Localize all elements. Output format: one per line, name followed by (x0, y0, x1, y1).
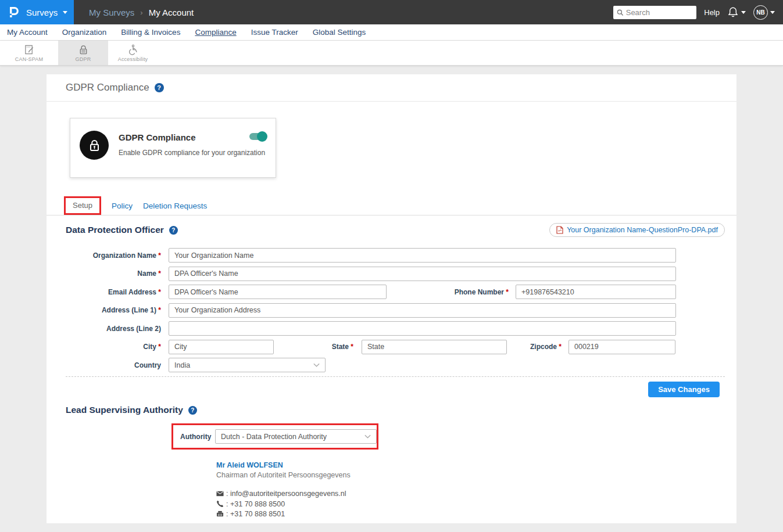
document-pencil-icon (24, 44, 35, 55)
tab-gdpr[interactable]: GDPR (58, 41, 108, 65)
authority-select[interactable]: Dutch - Data Protection Authority (215, 429, 377, 444)
phone-icon (216, 500, 224, 508)
card-title: GDPR Compliance (119, 132, 265, 142)
product-switcher[interactable]: Surveys (0, 0, 74, 24)
account-nav: My Account Organization Billing & Invoic… (0, 24, 783, 41)
form-row: Address (Line 1) (66, 303, 725, 318)
breadcrumb-my-account: My Account (149, 8, 194, 17)
zipcode-label: Zipcode (507, 343, 562, 351)
help-icon[interactable] (169, 226, 178, 235)
dpo-heading-row: Data Protection Officer Your Organizatio… (47, 215, 736, 237)
authority-contact-card: Mr Aleid WOLFSEN Chairman of Autoriteit … (216, 461, 736, 518)
tab-policy[interactable]: Policy (112, 202, 133, 215)
envelope-icon (216, 491, 224, 497)
country-label: Country (66, 361, 161, 369)
authority-email-line: info@autoriteitpersoonsgegevens.nl (216, 490, 736, 498)
avatar: NB (753, 5, 768, 20)
authority-fax-line: +31 70 888 8501 (216, 510, 736, 518)
name-field[interactable] (169, 267, 676, 281)
gdpr-toggle[interactable] (249, 133, 266, 140)
form-row: Email Address Phone Number (66, 285, 725, 299)
authority-label: Authority (180, 433, 208, 441)
account-menu[interactable]: NB (753, 5, 775, 20)
tab-label: CAN-SPAM (15, 56, 43, 62)
form-row: Name (66, 267, 725, 281)
save-changes-button[interactable]: Save Changes (648, 382, 720, 397)
form-row: Organization Name (66, 248, 725, 263)
compliance-tab-bar: CAN-SPAM GDPR Accessibility (0, 41, 783, 66)
page-body: GDPR Compliance GDPR Compliance Enable G… (0, 66, 783, 523)
nav-my-account[interactable]: My Account (7, 28, 48, 37)
authority-phone-line: +31 70 888 8500 (216, 500, 736, 508)
setup-tab-bar: Setup Policy Deletion Requests (47, 198, 736, 215)
gdpr-panel: GDPR Compliance GDPR Compliance Enable G… (47, 74, 736, 523)
pdf-label: Your Organization Name-QuestionPro-DPA.p… (567, 226, 718, 234)
breadcrumb-my-surveys[interactable]: My Surveys (89, 8, 134, 17)
address-line1-label: Address (Line 1) (66, 306, 161, 314)
email-address-label: Email Address (66, 288, 161, 296)
padlock-icon (78, 44, 89, 55)
chevron-down-icon (63, 11, 67, 14)
search-box[interactable] (613, 6, 696, 19)
tab-accessibility[interactable]: Accessibility (108, 41, 158, 65)
address-line1-field[interactable] (169, 303, 676, 318)
authority-contact-name[interactable]: Mr Aleid WOLFSEN (216, 461, 736, 469)
breadcrumb: My Surveys › My Account (89, 8, 194, 17)
authority-selected-value: Dutch - Data Protection Authority (221, 433, 327, 441)
topbar: Surveys My Surveys › My Account Help NB (0, 0, 783, 24)
authority-fax: +31 70 888 8501 (226, 510, 285, 518)
nav-billing-invoices[interactable]: Billing & Invoices (121, 28, 180, 37)
dpo-form: Organization Name Name Email Address Pho… (47, 248, 736, 372)
authority-email: info@autoriteitpersoonsgegevens.nl (226, 490, 346, 498)
gdpr-compliance-card: GDPR Compliance Enable GDPR compliance f… (70, 118, 276, 178)
search-input[interactable] (626, 8, 693, 17)
lsa-heading-row: Lead Supervising Authority (47, 397, 736, 415)
state-field[interactable] (362, 340, 507, 354)
dpo-heading: Data Protection Officer (66, 225, 164, 235)
help-link[interactable]: Help (704, 8, 720, 17)
tab-can-spam[interactable]: CAN-SPAM (0, 41, 58, 65)
notifications-menu[interactable] (727, 6, 746, 18)
chevron-down-icon (313, 361, 320, 369)
product-name: Surveys (26, 8, 58, 17)
address-line2-field[interactable] (169, 321, 676, 336)
help-icon[interactable] (155, 83, 164, 92)
breadcrumb-separator-icon: › (140, 8, 142, 17)
chevron-down-icon (770, 11, 775, 14)
name-label: Name (66, 269, 161, 278)
city-label: City (66, 343, 161, 351)
card-description: Enable GDPR compliance for your organiza… (119, 149, 265, 157)
tab-label: Accessibility (118, 56, 148, 62)
nav-issue-tracker[interactable]: Issue Tracker (251, 28, 298, 37)
tab-label: GDPR (76, 56, 91, 62)
panel-title-row: GDPR Compliance (47, 74, 736, 102)
state-label: State (274, 343, 353, 351)
chevron-down-icon (364, 433, 371, 440)
tab-deletion-requests[interactable]: Deletion Requests (143, 202, 207, 215)
pdf-file-icon (556, 226, 563, 234)
help-icon[interactable] (188, 406, 197, 415)
city-field[interactable] (169, 340, 274, 354)
authority-contact-lines: info@autoriteitpersoonsgegevens.nl +31 7… (216, 490, 736, 518)
email-address-field[interactable] (169, 285, 387, 299)
annotation-highlight-authority: Authority Dutch - Data Protection Author… (171, 423, 378, 450)
lock-badge (80, 131, 109, 160)
organization-name-field[interactable] (169, 248, 676, 263)
nav-organization[interactable]: Organization (62, 28, 107, 37)
nav-compliance[interactable]: Compliance (195, 28, 236, 37)
fax-icon (216, 511, 224, 517)
address-line2-label: Address (Line 2) (66, 325, 161, 333)
form-row: Address (Line 2) (66, 321, 725, 336)
toggle-knob (257, 131, 267, 142)
dpo-save-row: Save Changes (47, 377, 736, 397)
zipcode-field[interactable] (569, 340, 675, 354)
questionpro-logo-icon (8, 6, 21, 19)
country-select[interactable]: India (169, 358, 326, 372)
phone-number-field[interactable] (516, 285, 676, 299)
chevron-down-icon (741, 11, 746, 14)
dpa-pdf-button[interactable]: Your Organization Name-QuestionPro-DPA.p… (549, 223, 725, 237)
organization-name-label: Organization Name (66, 251, 161, 260)
nav-global-settings[interactable]: Global Settings (313, 28, 366, 37)
tab-setup[interactable]: Setup (64, 196, 101, 215)
wheelchair-icon (127, 44, 138, 55)
